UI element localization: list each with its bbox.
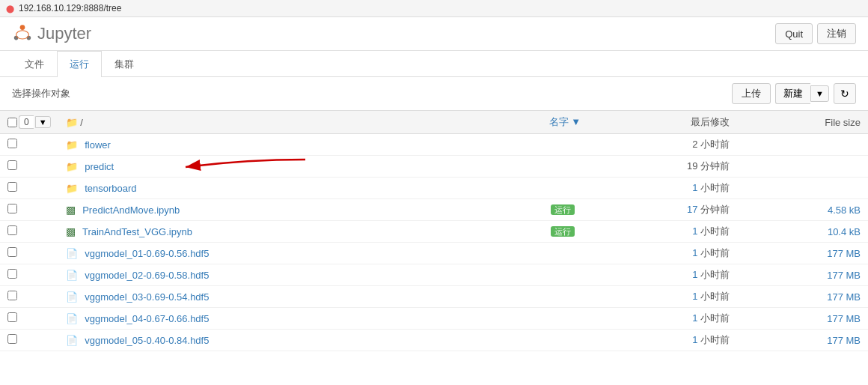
row-name-cell: 📁 predict: [58, 156, 468, 178]
row-size-cell: 4.58 kB: [737, 199, 868, 221]
size-cell: 10.4 kB: [828, 226, 861, 237]
modified-cell: 2 小时前: [692, 139, 730, 150]
new-button[interactable]: 新建: [775, 83, 810, 104]
size-cell: 177 MB: [827, 313, 861, 324]
row-checkbox[interactable]: [7, 334, 17, 344]
app-header: Jupyter Quit 注销: [0, 17, 868, 51]
file-link[interactable]: vggmodel_01-0.69-0.56.hdf5: [85, 248, 209, 259]
row-modified-cell: 17 分钟前: [588, 199, 737, 221]
header-buttons: Quit 注销: [775, 23, 856, 44]
row-size-cell: 177 MB: [737, 330, 868, 351]
refresh-button[interactable]: ↻: [834, 83, 856, 104]
modified-cell: 1 小时前: [692, 182, 730, 193]
row-size-cell: 10.4 kB: [737, 221, 868, 243]
tab-bar: 文件 运行 集群: [0, 51, 868, 77]
modified-cell: 1 小时前: [692, 247, 730, 258]
row-checkbox-cell: [0, 156, 58, 178]
row-checkbox[interactable]: [7, 247, 17, 257]
running-badge: 运行: [551, 204, 575, 215]
file-link[interactable]: flower: [85, 139, 111, 151]
select-all-checkbox[interactable]: [7, 118, 17, 127]
check-dropdown[interactable]: ▼: [35, 116, 51, 128]
row-modified-cell: 1 小时前: [588, 221, 737, 243]
path-header: 📁 /: [58, 111, 468, 134]
file-icon: 📄: [66, 313, 78, 324]
modified-cell: 1 小时前: [692, 225, 730, 237]
row-running-cell: [468, 134, 588, 156]
row-checkbox[interactable]: [7, 182, 17, 192]
toolbar-actions: 上传 新建 ▼ ↻: [732, 83, 856, 104]
row-checkbox[interactable]: [7, 204, 17, 213]
row-name-cell: 📄 vggmodel_03-0.69-0.54.hdf5: [58, 286, 468, 308]
row-running-cell: [468, 308, 588, 330]
tab-files[interactable]: 文件: [12, 51, 57, 77]
titlebar-icon: ⬤: [6, 4, 14, 13]
name-col-header[interactable]: 名字 ▼: [468, 111, 588, 134]
notebook-icon: ▩: [66, 225, 76, 237]
file-icon: 📄: [66, 291, 78, 303]
row-checkbox[interactable]: [7, 139, 17, 148]
row-checkbox[interactable]: [7, 225, 17, 235]
file-link[interactable]: vggmodel_03-0.69-0.54.hdf5: [85, 291, 209, 303]
row-name-cell: ▩ TrainAndTest_VGG.ipynb: [58, 221, 468, 243]
row-modified-cell: 1 小时前: [588, 308, 737, 330]
row-size-cell: [737, 156, 868, 178]
jupyter-text: Jupyter: [37, 24, 91, 43]
row-name-cell: 📄 vggmodel_05-0.40-0.84.hdf5: [58, 330, 468, 351]
row-size-cell: 177 MB: [737, 308, 868, 330]
file-link[interactable]: PredictAndMove.ipynb: [82, 204, 180, 216]
row-name-cell: ▩ PredictAndMove.ipynb: [58, 199, 468, 221]
path-label: /: [80, 117, 83, 128]
row-name-cell: 📄 vggmodel_01-0.69-0.56.hdf5: [58, 243, 468, 264]
file-link[interactable]: TrainAndTest_VGG.ipynb: [82, 226, 192, 237]
tab-running[interactable]: 运行: [57, 51, 102, 77]
row-checkbox[interactable]: [7, 160, 17, 170]
table-row: 📄 vggmodel_03-0.69-0.54.hdf5 1 小时前 177 M…: [0, 286, 868, 308]
row-running-cell: [468, 156, 588, 178]
row-name-cell: 📄 vggmodel_04-0.67-0.66.hdf5: [58, 308, 468, 330]
file-list-body: 📁 flower 2 小时前 📁 predict 19 分钟前: [0, 134, 868, 351]
row-checkbox-cell: [0, 199, 58, 221]
size-cell: 177 MB: [827, 270, 861, 281]
upload-button[interactable]: 上传: [732, 83, 771, 104]
file-link[interactable]: vggmodel_05-0.40-0.84.hdf5: [85, 335, 209, 346]
new-caret-button[interactable]: ▼: [810, 85, 829, 102]
modified-cell: 1 小时前: [692, 334, 730, 345]
tab-clusters[interactable]: 集群: [102, 51, 147, 77]
folder-icon: 📁: [66, 161, 78, 172]
table-row: ▩ PredictAndMove.ipynb 运行 17 分钟前 4.58 kB: [0, 199, 868, 221]
row-running-cell: [468, 286, 588, 308]
row-checkbox-cell: [0, 330, 58, 351]
file-link[interactable]: tensorboard: [85, 183, 136, 194]
file-icon: 📄: [66, 248, 78, 259]
logout-button[interactable]: 注销: [817, 23, 856, 44]
row-running-cell: 运行: [468, 199, 588, 221]
quit-button[interactable]: Quit: [775, 23, 813, 44]
row-modified-cell: 19 分钟前: [588, 156, 737, 178]
row-name-cell: 📄 vggmodel_02-0.69-0.58.hdf5: [58, 264, 468, 286]
table-row: 📁 predict 19 分钟前: [0, 156, 868, 178]
size-cell: 177 MB: [827, 335, 861, 346]
row-running-cell: [468, 330, 588, 351]
folder-icon: 📁: [66, 139, 78, 151]
size-cell: 177 MB: [827, 291, 861, 303]
table-row: 📄 vggmodel_02-0.69-0.58.hdf5 1 小时前 177 M…: [0, 264, 868, 286]
file-link[interactable]: vggmodel_02-0.69-0.58.hdf5: [85, 270, 209, 281]
row-modified-cell: 1 小时前: [588, 286, 737, 308]
row-modified-cell: 1 小时前: [588, 178, 737, 199]
row-checkbox-cell: [0, 221, 58, 243]
table-row: 📄 vggmodel_04-0.67-0.66.hdf5 1 小时前 177 M…: [0, 308, 868, 330]
file-link[interactable]: predict: [85, 161, 114, 172]
row-name-cell: 📁 tensorboard: [58, 178, 468, 199]
modified-col-header: 最后修改: [588, 111, 737, 134]
file-icon: 📄: [66, 335, 78, 346]
modified-cell: 1 小时前: [692, 312, 730, 324]
table-row: 📄 vggmodel_05-0.40-0.84.hdf5 1 小时前 177 M…: [0, 330, 868, 351]
size-cell: 177 MB: [827, 248, 861, 259]
row-checkbox[interactable]: [7, 269, 17, 279]
file-link[interactable]: vggmodel_04-0.67-0.66.hdf5: [85, 313, 209, 324]
row-checkbox[interactable]: [7, 291, 17, 300]
row-size-cell: [737, 134, 868, 156]
file-table: 0 ▼ 📁 / 名字 ▼ 最后修改 File size 📁 flower 2: [0, 110, 868, 351]
row-checkbox[interactable]: [7, 312, 17, 322]
